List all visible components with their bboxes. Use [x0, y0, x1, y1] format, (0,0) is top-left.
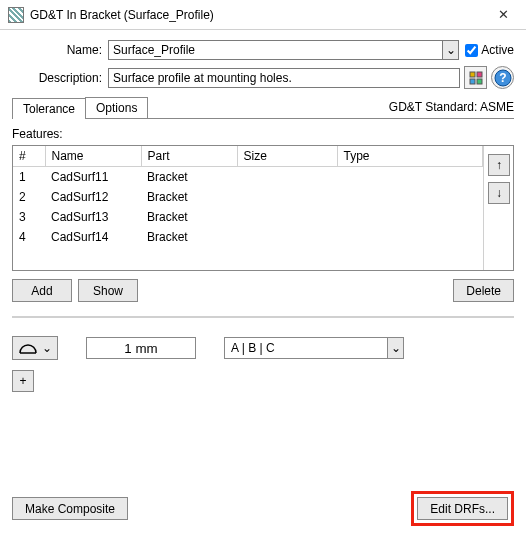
- svg-rect-0: [470, 72, 475, 77]
- active-label: Active: [481, 43, 514, 57]
- app-icon: [8, 7, 24, 23]
- help-button[interactable]: ?: [491, 66, 514, 89]
- features-header-row: # Name Part Size Type: [13, 146, 483, 167]
- svg-rect-3: [477, 79, 482, 84]
- table-row[interactable]: 4 CadSurf14 Bracket: [13, 227, 483, 247]
- table-row[interactable]: 1 CadSurf11 Bracket: [13, 167, 483, 188]
- svg-rect-2: [470, 79, 475, 84]
- description-input[interactable]: [108, 68, 460, 88]
- active-checkbox-input[interactable]: [465, 44, 478, 57]
- col-num[interactable]: #: [13, 146, 45, 167]
- window-titlebar: GD&T In Bracket (Surface_Profile) ✕: [0, 0, 526, 30]
- col-part[interactable]: Part: [141, 146, 237, 167]
- edit-drfs-button[interactable]: Edit DRFs...: [417, 497, 508, 520]
- tolerance-value-input[interactable]: [86, 337, 196, 359]
- drf-value: A | B | C: [224, 337, 387, 359]
- add-tolerance-row-button[interactable]: +: [12, 370, 34, 392]
- surface-profile-icon: [18, 341, 38, 355]
- features-label: Features:: [12, 127, 514, 141]
- show-button[interactable]: Show: [78, 279, 138, 302]
- arrow-down-icon: ↓: [496, 186, 502, 200]
- grid-icon: [468, 70, 484, 86]
- name-label: Name:: [12, 43, 108, 57]
- arrow-up-icon: ↑: [496, 158, 502, 172]
- make-composite-button[interactable]: Make Composite: [12, 497, 128, 520]
- section-divider: [12, 316, 514, 318]
- move-up-button[interactable]: ↑: [488, 154, 510, 176]
- drf-dropdown[interactable]: A | B | C ⌄: [224, 337, 404, 359]
- edit-drfs-highlight: Edit DRFs...: [411, 491, 514, 526]
- name-input[interactable]: [108, 40, 442, 60]
- chevron-down-icon: ⌄: [42, 341, 52, 355]
- active-checkbox[interactable]: Active: [465, 43, 514, 57]
- svg-rect-1: [477, 72, 482, 77]
- standard-label: GD&T Standard: ASME: [389, 100, 514, 118]
- tab-tolerance[interactable]: Tolerance: [12, 98, 86, 119]
- window-title: GD&T In Bracket (Surface_Profile): [30, 8, 481, 22]
- col-name[interactable]: Name: [45, 146, 141, 167]
- add-button[interactable]: Add: [12, 279, 72, 302]
- col-type[interactable]: Type: [337, 146, 483, 167]
- drf-dropdown-button[interactable]: ⌄: [387, 337, 404, 359]
- chevron-down-icon: ⌄: [446, 43, 456, 57]
- description-label: Description:: [12, 71, 108, 85]
- features-grid: # Name Part Size Type 1 CadSurf11 Bracke…: [12, 145, 514, 271]
- help-icon: ?: [494, 69, 512, 87]
- name-dropdown-button[interactable]: ⌄: [442, 40, 459, 60]
- delete-button[interactable]: Delete: [453, 279, 514, 302]
- tab-options[interactable]: Options: [85, 97, 148, 118]
- chevron-down-icon: ⌄: [391, 341, 401, 355]
- table-row[interactable]: 3 CadSurf13 Bracket: [13, 207, 483, 227]
- name-combo[interactable]: ⌄: [108, 40, 459, 60]
- col-size[interactable]: Size: [237, 146, 337, 167]
- plus-icon: +: [19, 374, 26, 388]
- table-row[interactable]: 2 CadSurf12 Bracket: [13, 187, 483, 207]
- close-button[interactable]: ✕: [481, 0, 526, 29]
- tolerance-symbol-dropdown[interactable]: ⌄: [12, 336, 58, 360]
- move-down-button[interactable]: ↓: [488, 182, 510, 204]
- svg-text:?: ?: [499, 71, 506, 85]
- features-body: 1 CadSurf11 Bracket 2 CadSurf12 Bracket: [13, 167, 483, 248]
- notes-button[interactable]: [464, 66, 487, 89]
- close-icon: ✕: [498, 7, 509, 22]
